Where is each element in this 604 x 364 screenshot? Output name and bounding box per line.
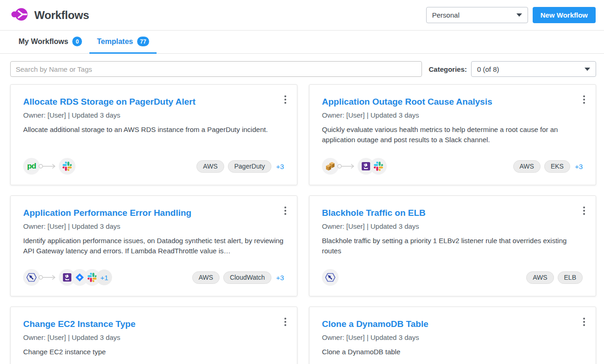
categories-select-value: 0 (of 8) bbox=[477, 65, 499, 73]
pagerduty-icon: pd bbox=[23, 158, 40, 175]
categories-label: Categories: bbox=[428, 65, 467, 73]
workflow-card: Change EC2 Instance Type Owner: [User] |… bbox=[10, 307, 297, 364]
categories-select[interactable]: 0 (of 8) bbox=[471, 61, 596, 77]
tag-pill[interactable]: ELB bbox=[558, 271, 583, 284]
tag-pill[interactable]: EKS bbox=[544, 160, 570, 173]
workflow-grid: Allocate RDS Storage on PagerDuty Alert … bbox=[10, 84, 596, 364]
aws-icon bbox=[322, 158, 339, 175]
workflow-title-link[interactable]: Application Outage Root Cause Analysis bbox=[322, 96, 583, 107]
workflow-owner-meta: Owner: [User] | Updated 3 days bbox=[322, 333, 583, 341]
connector-icon-row bbox=[322, 269, 339, 286]
slack-icon bbox=[370, 158, 387, 175]
card-menu-button[interactable] bbox=[279, 93, 291, 107]
workflow-description: Identify application performance issues,… bbox=[23, 236, 284, 256]
tag-pill[interactable]: CloudWatch bbox=[223, 271, 271, 284]
workflow-owner-meta: Owner: [User] | Updated 3 days bbox=[23, 111, 284, 119]
workflow-description: Change EC2 instance type bbox=[23, 347, 284, 357]
connector-icon-row: pd bbox=[23, 158, 76, 175]
search-input[interactable] bbox=[10, 61, 422, 77]
connector-icon-row bbox=[322, 158, 387, 175]
more-tags-link[interactable]: +3 bbox=[575, 163, 583, 170]
workflow-title-link[interactable]: Allocate RDS Storage on PagerDuty Alert bbox=[23, 96, 284, 107]
tag-list: AWSEKS+3 bbox=[513, 160, 583, 173]
workflow-description: Clone a DynamoDB table bbox=[322, 347, 583, 357]
card-menu-button[interactable] bbox=[578, 315, 590, 329]
tag-pill[interactable]: AWS bbox=[526, 271, 554, 284]
extra-icons-count: +1 bbox=[96, 270, 112, 285]
workflow-title-link[interactable]: Blackhole Traffic on ELB bbox=[322, 207, 583, 219]
workspace-select[interactable]: Personal bbox=[426, 7, 528, 23]
tag-pill[interactable]: PagerDuty bbox=[228, 160, 271, 173]
card-footer: pd AWSPagerDuty+3 bbox=[23, 158, 284, 175]
workspace-select-value: Personal bbox=[432, 11, 459, 19]
cursor-hex-icon bbox=[322, 269, 339, 286]
tag-list: AWSELB bbox=[526, 271, 583, 284]
more-tags-link[interactable]: +3 bbox=[276, 274, 284, 282]
workflow-card: Allocate RDS Storage on PagerDuty Alert … bbox=[10, 84, 297, 185]
workflow-card: Application Outage Root Cause Analysis O… bbox=[309, 84, 596, 185]
workflow-owner-meta: Owner: [User] | Updated 3 days bbox=[322, 222, 583, 230]
card-footer: +1 AWSCloudWatch+3 bbox=[23, 269, 284, 286]
tab-bar: My Workflows 0 Templates 77 bbox=[0, 31, 604, 54]
chevron-down-icon bbox=[516, 13, 522, 17]
connector-arrow-icon bbox=[337, 163, 357, 169]
workflow-description: Allocate additional storage to an AWS RD… bbox=[23, 125, 284, 135]
tab-label: My Workflows bbox=[19, 38, 68, 46]
workflow-card: Clone a DynamoDB Table Owner: [User] | U… bbox=[309, 307, 596, 364]
tag-pill[interactable]: AWS bbox=[192, 271, 220, 284]
card-footer: AWSEKS+3 bbox=[322, 158, 583, 175]
workflow-title-link[interactable]: Application Performance Error Handling bbox=[23, 207, 284, 219]
connector-arrow-icon bbox=[38, 274, 58, 281]
workflow-owner-meta: Owner: [User] | Updated 3 days bbox=[23, 333, 284, 341]
tab-templates[interactable]: Templates 77 bbox=[89, 31, 156, 54]
workflow-description: Blackhole traffic by setting a priority … bbox=[322, 236, 583, 256]
tag-list: AWSPagerDuty+3 bbox=[196, 160, 284, 173]
workflow-title-link[interactable]: Clone a DynamoDB Table bbox=[322, 319, 583, 330]
card-footer: AWSELB bbox=[322, 269, 583, 286]
connector-icon-row: +1 bbox=[23, 269, 112, 286]
tab-count-badge: 77 bbox=[137, 37, 149, 46]
tag-list: AWSCloudWatch+3 bbox=[192, 271, 284, 284]
card-menu-button[interactable] bbox=[279, 204, 291, 218]
brand: Workflows bbox=[11, 7, 89, 24]
workflow-owner-meta: Owner: [User] | Updated 3 days bbox=[322, 111, 583, 119]
more-tags-link[interactable]: +3 bbox=[276, 163, 284, 170]
page-title: Workflows bbox=[34, 9, 89, 22]
card-menu-button[interactable] bbox=[578, 204, 590, 218]
filter-bar: Categories: 0 (of 8) bbox=[10, 61, 596, 77]
tab-count-badge: 0 bbox=[72, 37, 82, 46]
tab-label: Templates bbox=[97, 38, 133, 46]
tag-pill[interactable]: AWS bbox=[196, 160, 224, 173]
slack-icon bbox=[59, 158, 76, 175]
app-logo-icon bbox=[11, 7, 29, 24]
card-menu-button[interactable] bbox=[279, 315, 291, 329]
tab-my-workflows[interactable]: My Workflows 0 bbox=[11, 31, 89, 54]
workflow-description: Quickly evaluate various health metrics … bbox=[322, 125, 583, 145]
connector-arrow-icon bbox=[38, 163, 58, 169]
workflow-card: Application Performance Error Handling O… bbox=[10, 195, 297, 296]
new-workflow-button[interactable]: New Workflow bbox=[533, 7, 596, 23]
tag-pill[interactable]: AWS bbox=[513, 160, 541, 173]
cursor-hex-icon bbox=[23, 269, 40, 286]
workflow-owner-meta: Owner: [User] | Updated 3 days bbox=[23, 222, 284, 230]
page-header: Workflows Personal New Workflow bbox=[0, 0, 604, 31]
chevron-down-icon bbox=[585, 68, 590, 71]
workflow-card: Blackhole Traffic on ELB Owner: [User] |… bbox=[309, 195, 596, 296]
workflow-title-link[interactable]: Change EC2 Instance Type bbox=[23, 319, 284, 330]
card-menu-button[interactable] bbox=[578, 93, 590, 107]
